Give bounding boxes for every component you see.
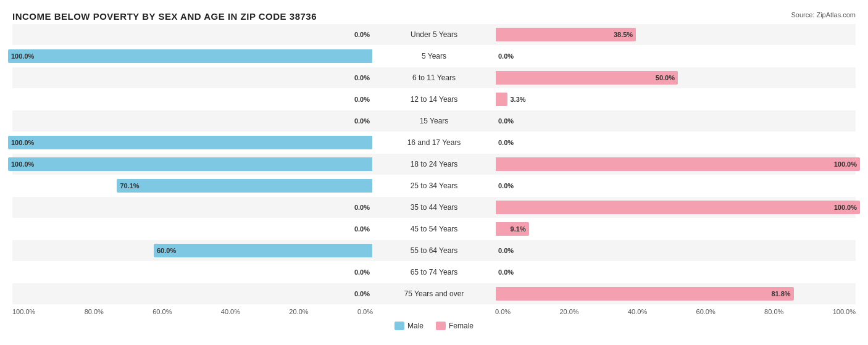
female-value: 100.0% (831, 204, 857, 211)
female-label: Female (449, 322, 474, 330)
male-zero: 0.0% (354, 290, 370, 297)
male-value: 100.0% (11, 52, 34, 60)
x-left-label: 40.0% (221, 308, 240, 315)
male-value: 100.0% (11, 160, 34, 168)
chart-title: INCOME BELOW POVERTY BY SEX AND AGE IN Z… (12, 11, 317, 22)
chart-row: 60.0% 55 to 64 Years 0.0% (12, 240, 856, 261)
legend-female: Female (436, 322, 474, 330)
female-value: 9.1% (507, 225, 526, 233)
chart-container: INCOME BELOW POVERTY BY SEX AND AGE IN Z… (0, 0, 868, 343)
x-right-label: 100.0% (833, 308, 856, 315)
legend-male: Male (394, 322, 424, 330)
male-value: 60.0% (157, 247, 176, 254)
female-value: 3.3% (510, 96, 525, 103)
age-label: 35 to 44 Years (372, 203, 496, 212)
female-value: 81.8% (768, 290, 790, 297)
x-right-label: 80.0% (764, 308, 783, 315)
x-right-label: 40.0% (628, 308, 647, 315)
legend: Male Female (12, 322, 856, 330)
chart-row: 100.0% 16 and 17 Years 0.0% (12, 132, 856, 153)
male-label: Male (407, 322, 424, 330)
female-legend-box (436, 322, 446, 330)
male-zero: 0.0% (354, 225, 370, 233)
x-left-label: 0.0% (357, 308, 373, 315)
male-zero: 0.0% (354, 204, 370, 211)
age-label: Under 5 Years (372, 30, 496, 39)
age-label: 45 to 54 Years (372, 225, 496, 233)
chart-row: 100.0% 5 Years 0.0% (12, 46, 856, 67)
chart-row: 0.0% 45 to 54 Years 9.1% (12, 218, 856, 239)
age-label: 15 Years (372, 117, 496, 125)
chart-row: 0.0% 12 to 14 Years 3.3% (12, 89, 856, 110)
female-zero: 0.0% (498, 182, 514, 189)
age-label: 5 Years (372, 52, 496, 60)
age-label: 18 to 24 Years (372, 160, 496, 168)
chart-row: 0.0% 65 to 74 Years 0.0% (12, 262, 856, 283)
x-left-label: 20.0% (289, 308, 308, 315)
x-right-label: 0.0% (495, 308, 511, 315)
male-zero: 0.0% (354, 74, 370, 81)
age-label: 12 to 14 Years (372, 95, 496, 104)
x-left-label: 80.0% (85, 308, 104, 315)
male-zero: 0.0% (354, 268, 370, 276)
male-zero: 0.0% (354, 117, 370, 125)
chart-row: 0.0% 6 to 11 Years 50.0% (12, 67, 856, 88)
x-axis: 100.0%80.0%60.0%40.0%20.0%0.0% 0.0%20.0%… (12, 308, 856, 315)
chart-row: 0.0% 15 Years 0.0% (12, 110, 856, 131)
chart-source: Source: ZipAtlas.com (791, 11, 856, 19)
chart-row: 0.0% Under 5 Years 38.5% (12, 24, 856, 45)
female-zero: 0.0% (498, 268, 514, 276)
male-value: 100.0% (11, 139, 34, 146)
chart-area: 0.0% Under 5 Years 38.5% 100.0% 5 Years … (12, 24, 856, 304)
male-zero: 0.0% (354, 31, 370, 38)
chart-row: 0.0% 35 to 44 Years 100.0% (12, 197, 856, 218)
female-zero: 0.0% (498, 117, 514, 125)
chart-row: 0.0% 75 Years and over 81.8% (12, 283, 856, 304)
age-label: 75 Years and over (372, 289, 496, 298)
male-legend-box (394, 322, 404, 330)
age-label: 25 to 34 Years (372, 181, 496, 190)
x-left-label: 100.0% (12, 308, 35, 315)
age-label: 16 and 17 Years (372, 138, 496, 147)
chart-row: 70.1% 25 to 34 Years 0.0% (12, 175, 856, 196)
age-label: 65 to 74 Years (372, 268, 496, 276)
age-label: 55 to 64 Years (372, 246, 496, 255)
female-zero: 0.0% (498, 247, 514, 254)
female-zero: 0.0% (498, 52, 514, 60)
chart-row: 100.0% 18 to 24 Years 100.0% (12, 154, 856, 175)
age-label: 6 to 11 Years (372, 73, 496, 82)
female-value: 50.0% (653, 74, 675, 81)
x-right-label: 60.0% (696, 308, 716, 315)
male-zero: 0.0% (354, 96, 370, 103)
x-left-label: 60.0% (152, 308, 172, 315)
x-right-label: 20.0% (559, 308, 578, 315)
male-value: 70.1% (120, 182, 139, 189)
female-value: 100.0% (831, 160, 857, 168)
female-value: 38.5% (611, 31, 633, 38)
female-zero: 0.0% (498, 139, 514, 146)
